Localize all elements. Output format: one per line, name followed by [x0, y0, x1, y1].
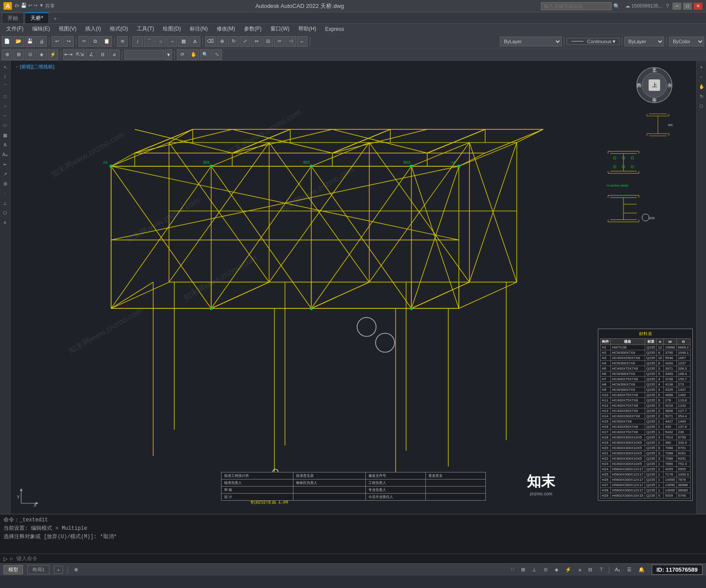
extend-button[interactable]: ⊣	[285, 36, 296, 47]
rotate-button[interactable]: ↻	[228, 36, 239, 47]
print-button[interactable]: 🖨	[36, 36, 47, 47]
dim-align-button[interactable]: ⇱⇲	[75, 49, 85, 60]
lt-leader-button[interactable]: ↗	[1, 169, 10, 178]
status-polar[interactable]: ⊙	[542, 567, 549, 573]
lt-line-button[interactable]: /	[1, 72, 10, 81]
rt-pan-button[interactable]: ✋	[697, 82, 706, 91]
color-dropdown[interactable]: ByColor	[669, 37, 704, 46]
lt-rect-button[interactable]: □	[1, 92, 10, 101]
polar-button[interactable]: ⊙	[25, 49, 35, 60]
pan-button[interactable]: ✋	[188, 49, 199, 60]
menu-draw[interactable]: 绘图(D)	[158, 24, 185, 34]
move-button[interactable]: ⊕	[217, 36, 227, 47]
model-tab[interactable]: 模型	[4, 565, 23, 574]
status-workspace[interactable]: ☰	[625, 567, 633, 573]
rt-orbit-button[interactable]: ↻	[697, 92, 706, 101]
save-button[interactable]: 💾	[25, 36, 35, 47]
redo-button[interactable]: ↪	[63, 36, 74, 47]
erase-button[interactable]: ⌫	[205, 36, 216, 47]
canvas-area[interactable]: ←[俯视][二维线框]	[11, 61, 696, 514]
status-annotation[interactable]: A₁	[613, 567, 621, 573]
lineweight-dropdown[interactable]: ByLayer	[624, 37, 664, 46]
match-prop-button[interactable]: ≋	[117, 36, 128, 47]
menu-view[interactable]: 视图(V)	[54, 24, 81, 34]
minimize-button[interactable]: ─	[672, 3, 681, 10]
lt-ellipse-button[interactable]: ⬭	[1, 121, 10, 130]
lt-layer-button[interactable]: ≡	[1, 218, 10, 227]
dyn-button[interactable]: ⚡	[48, 49, 58, 60]
status-lw[interactable]: ≡	[577, 567, 583, 573]
lt-3d-button[interactable]: ⬡	[1, 208, 10, 217]
cmd-input[interactable]	[10, 556, 702, 562]
linetype-display[interactable]: Continuous ▼	[567, 38, 620, 45]
search-area[interactable]: 🔍	[541, 2, 620, 10]
menu-express[interactable]: Express	[321, 25, 349, 33]
menu-file[interactable]: 文件(F)	[2, 24, 28, 34]
lt-dim-button[interactable]: ⇤	[1, 160, 10, 169]
status-grid[interactable]: ⊞	[519, 567, 527, 573]
cmd-input-row[interactable]: ▷	[0, 554, 706, 563]
tab-start[interactable]: 开始	[2, 13, 24, 23]
layout-tab-1[interactable]: 布局1	[27, 565, 49, 574]
lt-circle-button[interactable]: ○	[1, 101, 10, 110]
dim-scale-dropdown[interactable]: ▼	[165, 49, 172, 60]
menu-window[interactable]: 窗口(W)	[266, 24, 294, 34]
menu-annotate[interactable]: 标注(N)	[185, 24, 212, 34]
lt-measure-button[interactable]: ⊥	[1, 198, 10, 207]
polyline-button[interactable]: ⌒	[144, 36, 154, 47]
fillet-button[interactable]: ⌐	[297, 36, 308, 47]
linetype-dropdown-icon[interactable]: ▼	[612, 39, 616, 44]
tab-add-button[interactable]: +	[50, 14, 60, 23]
close-button[interactable]: ✕	[694, 3, 702, 10]
osnap-button[interactable]: ◈	[36, 49, 47, 60]
menu-format[interactable]: 格式(O)	[105, 24, 132, 34]
text-button[interactable]: A	[190, 36, 200, 47]
status-ortho[interactable]: ⊥	[530, 567, 538, 573]
menu-insert[interactable]: 插入(I)	[81, 24, 105, 34]
3d-orbit-button[interactable]: ⟳	[177, 49, 188, 60]
dim-linear-button[interactable]: ⇤⇥	[63, 49, 74, 60]
status-dyn[interactable]: ⚡	[563, 567, 573, 573]
ortho-button[interactable]: ⊞	[13, 49, 24, 60]
layer-dropdown[interactable]: ByLayer	[500, 37, 562, 46]
zoom-extents-button[interactable]: ⤡	[211, 49, 222, 60]
arc-button[interactable]: ⌢	[167, 36, 177, 47]
status-tspace[interactable]: ⊟	[586, 567, 594, 573]
lt-poly-button[interactable]: ⌒	[1, 82, 10, 91]
undo-button[interactable]: ↩	[52, 36, 62, 47]
dim-dia-button[interactable]: ⌀	[109, 49, 120, 60]
menu-modify[interactable]: 修改(M)	[212, 24, 240, 34]
layout-add-button[interactable]: +	[54, 566, 63, 574]
open-button[interactable]: 📂	[13, 36, 24, 47]
snap-button[interactable]: ⊕	[2, 49, 12, 60]
window-controls[interactable]: ─ □ ✕	[672, 3, 702, 10]
copy-button[interactable]: ⧉	[90, 36, 101, 47]
rt-zoom-in-button[interactable]: +	[697, 63, 706, 71]
menu-tools[interactable]: 工具(T)	[132, 24, 158, 34]
rt-zoom-out-button[interactable]: −	[697, 72, 706, 81]
maximize-button[interactable]: □	[683, 3, 692, 10]
lt-mtext-button[interactable]: Aₘ	[1, 150, 10, 159]
line-button[interactable]: /	[132, 36, 143, 47]
dim-ang-button[interactable]: ∠	[86, 49, 97, 60]
select-button[interactable]: ↖	[1, 63, 10, 71]
lt-point-button[interactable]: ·	[1, 189, 10, 198]
new-button[interactable]: 📄	[2, 36, 12, 47]
offset-button[interactable]: ⊟	[263, 36, 273, 47]
search-input[interactable]	[541, 2, 612, 10]
tab-drawing[interactable]: 天桥*	[25, 12, 49, 23]
mirror-button[interactable]: ⇔	[251, 36, 262, 47]
lt-arc-button[interactable]: ⌢	[1, 111, 10, 120]
dim-radius-button[interactable]: R	[98, 49, 108, 60]
zoom-button[interactable]: 🔍	[200, 49, 210, 60]
status-qprop[interactable]: ⊤	[597, 567, 605, 573]
dim-scale-input[interactable]: DIM100	[124, 50, 164, 60]
lt-text-button[interactable]: A	[1, 140, 10, 149]
menu-params[interactable]: 参数(P)	[240, 24, 266, 34]
status-snap[interactable]: ∷	[509, 567, 516, 573]
circle-button[interactable]: ○	[155, 36, 166, 47]
status-osnap[interactable]: ◈	[553, 567, 560, 573]
status-notification[interactable]: 🔔	[637, 567, 646, 573]
paste-button[interactable]: 📋	[101, 36, 112, 47]
scale-button[interactable]: ⤢	[240, 36, 250, 47]
